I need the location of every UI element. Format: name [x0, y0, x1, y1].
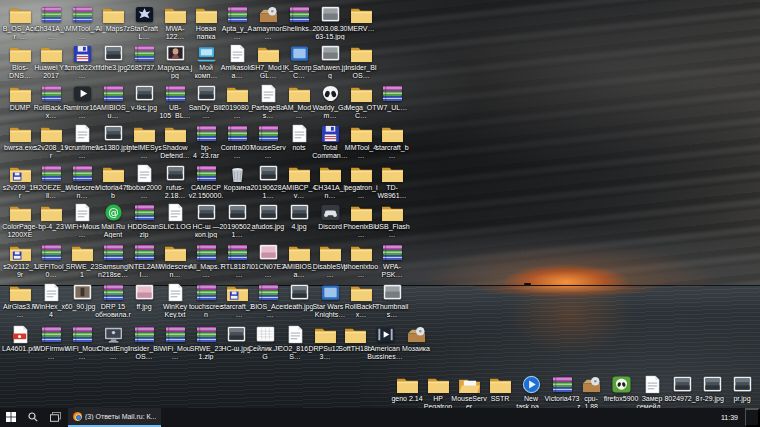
desktop-icon[interactable]: MMTool_4… — [65, 5, 99, 40]
desktop-icon[interactable]: 2685737… — [127, 44, 161, 72]
desktop-icon[interactable]: WDFirmwa… — [34, 325, 68, 360]
desktop-icon[interactable]: ColorPage-1200XE — [3, 203, 37, 238]
desktop-icon[interactable]: AMIBIOS_u… — [96, 84, 130, 119]
desktop-icon[interactable]: INTEL2AMI… — [127, 243, 161, 278]
desktop-icon[interactable]: IntelMESys… — [127, 124, 161, 159]
desktop-icon[interactable]: Al_Maps7z — [96, 5, 130, 33]
desktop-icon[interactable]: UB-105_BL… — [158, 84, 192, 119]
desktop-icon[interactable]: IK_Scorp_C… — [282, 44, 316, 79]
desktop-icon[interactable]: LA4601.pdf — [3, 325, 37, 353]
desktop-icon[interactable]: SRWE_231 — [65, 243, 99, 278]
desktop-icon[interactable]: s2v208_19r — [34, 124, 68, 159]
desktop-icon[interactable]: 4.jpg — [282, 203, 316, 231]
desktop-icon[interactable]: geno 2.14 — [390, 375, 424, 403]
desktop-icon[interactable]: AMIBIOS_a… — [282, 243, 316, 278]
desktop-icon[interactable]: USB_Flash… — [375, 203, 409, 238]
desktop-icon[interactable]: WPA-PSK… — [375, 243, 409, 278]
desktop-icon[interactable]: Shelinks… — [282, 5, 316, 33]
desktop-icon[interactable]: Huawei Y3 2017 Maya… — [34, 44, 68, 79]
desktop-icon[interactable]: death.jpg — [282, 283, 316, 311]
desktop-icon[interactable]: touchscreen software.rar — [189, 283, 223, 318]
desktop-icon[interactable]: CAMSCP v2.150000.rar — [189, 164, 223, 199]
desktop-icon[interactable]: amaymon… — [251, 5, 285, 40]
desktop-icon[interactable]: @Mail.Ru Agent — [96, 203, 130, 238]
desktop-icon[interactable]: American Bussines… — [368, 325, 402, 360]
desktop-icon[interactable]: vcruntime1… — [65, 124, 99, 159]
desktop-icon[interactable]: Victoria473b — [96, 164, 130, 199]
desktop-icon[interactable]: SanDy_Blit… — [189, 84, 223, 119]
desktop-icon[interactable]: Mega_OTC… — [344, 84, 378, 119]
desktop-icon[interactable]: Amikasolda… — [220, 44, 254, 79]
desktop-icon[interactable]: ws1380.jpg — [96, 124, 130, 152]
desktop-icon[interactable]: bp-4_23.rar — [189, 124, 223, 159]
desktop-icon[interactable]: phoenixtoo… — [344, 243, 378, 278]
desktop-icon[interactable]: 20190628_1… — [251, 164, 285, 199]
desktop-icon[interactable]: rufus-2.18… — [158, 164, 192, 199]
desktop-icon[interactable]: Маруська.jpg — [158, 44, 192, 79]
desktop-icon[interactable]: AirGlas3.R… — [3, 283, 37, 318]
desktop-icon[interactable]: SRWE_231.zip — [189, 325, 223, 360]
desktop-icon[interactable]: Safuwen.jpg — [313, 44, 347, 79]
task-view-button[interactable] — [44, 408, 66, 427]
desktop-icon[interactable]: Insider_BIOS… — [344, 44, 378, 79]
desktop-icon[interactable]: RTL8187L_… — [220, 243, 254, 278]
desktop-icon[interactable]: AMIBCP_4v… — [282, 164, 316, 199]
desktop-icon[interactable]: CH341A_lin… — [313, 164, 347, 199]
desktop-icon[interactable]: WiFi+Mous… — [65, 203, 99, 238]
desktop-icon[interactable]: Ch341A_v… — [34, 5, 68, 40]
desktop-icon[interactable]: fcmd522xfi… — [65, 44, 99, 79]
desktop-icon[interactable]: Bios-DNS… — [3, 44, 37, 79]
desktop-icon[interactable]: Thumbnails… — [375, 283, 409, 318]
desktop-icon[interactable]: RollBack.Rx… — [34, 84, 68, 119]
desktop-icon[interactable]: fdhe3.jpg — [96, 44, 130, 72]
start-button[interactable] — [0, 408, 22, 427]
desktop-icon[interactable]: SSTR — [483, 375, 517, 403]
desktop-icon[interactable]: Widescreen… — [158, 243, 192, 278]
desktop-icon[interactable]: All_Maps.7… — [189, 243, 223, 278]
desktop-icon[interactable]: afudos.jpg — [251, 203, 285, 231]
desktop-icon[interactable]: Waddy_Gam… — [313, 84, 347, 119]
desktop-icon[interactable]: amirror16… — [65, 84, 99, 119]
desktop-icon[interactable]: PartageBas… — [251, 84, 285, 119]
desktop-icon[interactable]: AM_Mod_… — [282, 84, 316, 119]
desktop-icon[interactable]: s2v2112_19r — [3, 243, 37, 278]
desktop-icon[interactable]: HP Pegatron (PX5B-DM… — [421, 375, 455, 410]
desktop-icon[interactable]: New task.pa… — [514, 375, 548, 410]
desktop-icon[interactable]: starcraft_b… — [375, 124, 409, 159]
desktop-icon[interactable]: MWA-122… — [158, 5, 192, 40]
desktop-icon[interactable]: Samsung n218se… — [96, 243, 130, 278]
desktop-icon[interactable]: DRP 15 обновила.rar — [96, 283, 130, 318]
desktop-icon[interactable]: Widescreen… — [65, 164, 99, 199]
desktop-icon[interactable]: DRPSu12.3… — [308, 325, 342, 360]
desktop-icon[interactable]: Корзина — [220, 164, 254, 192]
desktop-icon[interactable]: Discord — [313, 203, 347, 231]
desktop-icon[interactable]: WiFi_Mous… — [65, 325, 99, 360]
desktop-icon[interactable]: PhoenixBio… — [344, 203, 378, 238]
desktop-icon[interactable]: pegatron_i… — [344, 164, 378, 199]
desktop-icon[interactable]: Apta_y_A… — [220, 5, 254, 40]
desktop-icon[interactable]: H2OEZE_all… — [34, 164, 68, 199]
desktop-icon[interactable]: HC-ш — коп.jpg — [189, 203, 223, 238]
desktop-icon[interactable]: MERV… — [344, 5, 378, 33]
desktop-icon[interactable]: 01CN07E2… — [251, 243, 285, 278]
desktop-icon[interactable]: WinHex_x64 — [34, 283, 68, 318]
desktop-icon[interactable]: HDDScan.zip — [127, 203, 161, 238]
desktop-icon[interactable]: starcraft_2_… — [220, 283, 254, 318]
desktop-icon[interactable]: pr.jpg — [725, 375, 759, 403]
desktop-icon[interactable]: SH7_Mod_GL… — [251, 44, 285, 79]
desktop-icon[interactable]: WinKey Key.txt — [158, 283, 192, 318]
taskbar-clock[interactable]: 11:39 — [714, 408, 745, 427]
desktop-icon[interactable]: Shadow Defend… — [158, 124, 192, 159]
desktop-icon[interactable]: v-tks.jpg — [127, 84, 161, 112]
desktop-icon[interactable]: bwrsa.exe — [3, 124, 37, 152]
desktop-icon[interactable]: SLIC.LOG — [158, 203, 192, 231]
desktop-icon[interactable]: B_OS_Acer_… — [3, 5, 37, 40]
desktop-icon[interactable]: bp-4_23 — [34, 203, 68, 231]
desktop-icon[interactable]: Мой комп… — [189, 44, 223, 79]
desktop-icon[interactable]: UEFITool_0… — [34, 243, 68, 278]
search-button[interactable] — [22, 408, 44, 427]
desktop-icon[interactable]: DUMP — [3, 84, 37, 112]
desktop-icon[interactable]: Мозаика — [399, 325, 433, 353]
desktop-icon[interactable]: 20190502_1… — [220, 203, 254, 238]
desktop-icon[interactable]: WiFi_Mou… — [158, 325, 192, 360]
